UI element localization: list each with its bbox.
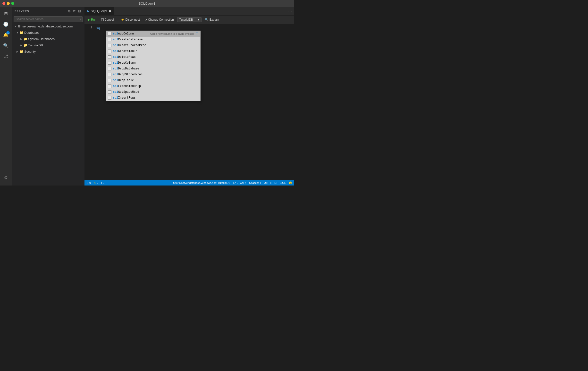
editor-tab[interactable]: ▶ SQLQuery1 (84, 7, 114, 15)
history-icon: 🕐 (3, 21, 9, 27)
tree-item-server[interactable]: ▼ 🖥 server-name.database.contoso.com (12, 23, 84, 29)
ac-prefix: sql (113, 85, 118, 88)
ac-description: Add a new column to a Table (mssql) (150, 32, 194, 35)
systemdbs-label: System Databases (28, 37, 55, 41)
explain-label: Explain (210, 18, 219, 21)
info-count: 1 (103, 181, 105, 184)
autocomplete-item[interactable]: sqlAddColumnAdd a new column to a Table … (106, 31, 200, 37)
snippet-icon (108, 55, 111, 59)
editor-area: ▶ SQLQuery1 ⋯ ▶ Run Cancel ⚡ Disconnect … (84, 7, 294, 186)
connection-dropdown[interactable]: TutorialDB ▾ (177, 17, 201, 22)
cursor (102, 26, 102, 30)
tree-container: ▼ 🖥 server-name.database.contoso.com ▼ 📁… (12, 23, 84, 186)
folder-icon: 📁 (23, 37, 27, 41)
line-ending[interactable]: LF (274, 181, 277, 185)
window-controls (2, 2, 14, 5)
snippet-icon (108, 50, 111, 53)
autocomplete-item[interactable]: sqlDropDatabase (106, 66, 200, 72)
ac-prefix: sql (113, 38, 118, 41)
ac-item-text: sqlGetSpaceUsed (113, 90, 139, 94)
refresh-icon[interactable]: ⟳ (72, 9, 76, 14)
new-connection-icon[interactable]: ⊕ (67, 9, 71, 14)
ac-suffix: ExtensionHelp (118, 85, 141, 88)
ac-prefix: sql (113, 73, 118, 76)
ac-suffix: AddColumn (118, 32, 134, 35)
ac-item-text: sqlDropDatabase (113, 67, 139, 70)
disconnect-icon: ⚡ (121, 18, 124, 21)
ac-item-text: sqlDropColumn (113, 61, 136, 64)
tree-item-databases[interactable]: ▼ 📁 Databases (12, 29, 84, 36)
autocomplete-item[interactable]: sqlCreateStoredProc (106, 42, 200, 48)
activity-history[interactable]: 🕐 (1, 20, 11, 29)
change-conn-label: Change Connection (148, 18, 174, 21)
warning-count: 0 (97, 181, 98, 184)
encoding[interactable]: UTF-8 (264, 181, 272, 185)
ac-prefix: sql (113, 67, 118, 70)
search-input[interactable] (14, 16, 83, 22)
status-infos[interactable]: ℹ 1 (101, 181, 105, 185)
autocomplete-item[interactable]: sqlDropStoredProc (106, 72, 200, 77)
ac-suffix: CreateTable (118, 50, 137, 53)
activity-search[interactable]: 🔍 (1, 41, 11, 51)
chevron-right-icon: ▶ (20, 43, 23, 47)
tutorialdb-label: TutorialDB (28, 43, 43, 47)
change-connection-button[interactable]: ⟳ Change Connection (143, 18, 175, 22)
activity-servers[interactable]: ⊞ (1, 9, 11, 19)
autocomplete-item[interactable]: sqlCreateTable (106, 48, 200, 54)
change-conn-icon: ⟳ (145, 18, 147, 21)
vertical-scrollbar[interactable] (292, 24, 294, 180)
autocomplete-item[interactable]: sqlInsertRows (106, 95, 200, 101)
autocomplete-item[interactable]: sqlExtensionHelp (106, 83, 200, 89)
language[interactable]: SQL (280, 181, 286, 185)
autocomplete-item[interactable]: sqlCreateDatabase (106, 37, 200, 42)
editor-content: 1 sql sqlAddColumnAdd a new column to a … (84, 24, 294, 180)
run-button[interactable]: ▶ Run (86, 18, 98, 22)
activity-settings[interactable]: ⚙ (1, 173, 11, 183)
activity-notifications[interactable]: 🔔 1 (1, 30, 11, 40)
ac-prefix: sql (113, 79, 118, 82)
collapse-icon[interactable]: ⊟ (77, 9, 82, 14)
status-right: tutorialserver.database.windows.net : Tu… (173, 181, 292, 185)
tab-dirty-indicator (109, 10, 111, 12)
feedback-icon[interactable]: 🙂 (289, 181, 292, 185)
run-icon: ▶ (88, 18, 90, 21)
maximize-button[interactable] (11, 2, 14, 5)
more-tabs-button[interactable]: ⋯ (286, 7, 294, 15)
autocomplete-item[interactable]: sqlDropTable (106, 77, 200, 83)
info-icon[interactable]: ⓘ (196, 32, 198, 36)
tree-item-tutorialdb[interactable]: ▶ 📁 TutorialDB (12, 42, 84, 48)
cursor-position[interactable]: Ln 1, Col 4 (233, 181, 246, 185)
search-activity-icon: 🔍 (3, 43, 9, 48)
autocomplete-item[interactable]: sqlGetSpaceUsed (106, 89, 200, 95)
chevron-right-icon: ▶ (16, 50, 20, 53)
indentation[interactable]: Spaces: 4 (249, 181, 261, 185)
explain-button[interactable]: 🔍 Explain (203, 18, 220, 22)
databases-label: Databases (24, 31, 39, 34)
servers-icon: ⊞ (4, 11, 8, 16)
disconnect-button[interactable]: ⚡ Disconnect (119, 18, 141, 22)
status-errors[interactable]: ⊗ 0 (86, 181, 91, 185)
close-button[interactable] (2, 2, 5, 5)
tree-item-security[interactable]: ▶ 📁 Security (12, 48, 84, 55)
cancel-button[interactable]: Cancel (100, 18, 115, 22)
status-warnings[interactable]: ⚠ 0 (94, 181, 98, 185)
autocomplete-item[interactable]: sqlDropColumn (106, 60, 200, 66)
ac-suffix: GetSpaceUsed (118, 90, 139, 94)
autocomplete-item[interactable]: sqlDeleteRows (106, 54, 200, 60)
line-numbers: 1 (84, 24, 94, 180)
snippet-icon (108, 32, 111, 35)
ac-item-text: sqlCreateTable (113, 50, 137, 53)
search-clear-icon[interactable]: × (80, 18, 82, 21)
activity-git[interactable]: ⎇ (1, 52, 11, 61)
warning-icon: ⚠ (94, 181, 96, 185)
editor-text-area[interactable]: sql sqlAddColumnAdd a new column to a Ta… (94, 24, 292, 180)
search-box: × (14, 16, 83, 22)
snippet-icon (108, 67, 111, 70)
error-icon: ⊗ (86, 181, 89, 185)
ac-item-text: sqlInsertRows (113, 96, 136, 100)
snippet-icon (108, 96, 111, 100)
minimize-button[interactable] (7, 2, 10, 5)
ac-item-text: sqlDropTable (113, 79, 134, 82)
snippet-icon (108, 61, 111, 64)
tree-item-systemdbs[interactable]: ▶ 📁 System Databases (12, 36, 84, 42)
